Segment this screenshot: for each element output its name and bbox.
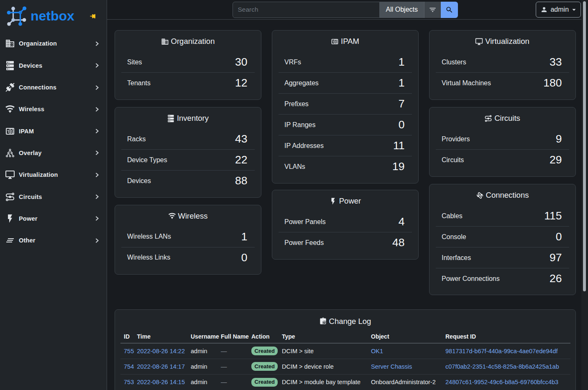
svg-text:netbox: netbox bbox=[31, 8, 74, 23]
